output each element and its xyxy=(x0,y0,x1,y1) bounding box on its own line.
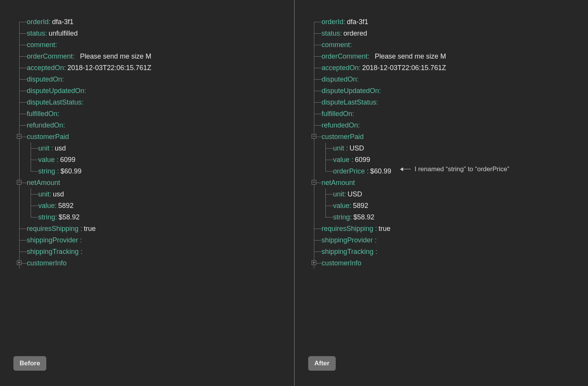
key: string : xyxy=(38,165,59,177)
val: usd xyxy=(53,188,64,200)
key: disputedOn: xyxy=(322,74,359,85)
key: orderPrice : xyxy=(333,165,369,177)
node-requiresshipping: requiresShipping : true xyxy=(15,223,151,234)
collapse-icon[interactable] xyxy=(312,134,316,139)
before-badge: Before xyxy=(13,356,46,371)
annotation-text: I renamed “string” to “orderPrice” xyxy=(415,165,510,173)
node-comment: comment: xyxy=(310,39,446,51)
collapse-icon[interactable] xyxy=(17,134,21,139)
val: Please send me size M xyxy=(375,51,446,62)
key: unit: xyxy=(38,188,51,200)
val: 2018-12-03T22:06:15.761Z xyxy=(67,62,151,74)
val: USD xyxy=(348,188,362,200)
node-shippingprovider: shippingProvider : xyxy=(310,234,446,246)
node-na-value: value: 5892 xyxy=(310,200,446,211)
node-customerpaid[interactable]: customerPaid xyxy=(310,131,446,142)
key: refundedOn: xyxy=(27,119,65,131)
val: unfulfilled xyxy=(49,28,78,39)
key: orderId: xyxy=(27,16,51,28)
node-ordercomment: orderComment: Please send me size M xyxy=(15,51,151,62)
key: acceptedOn: xyxy=(27,62,66,74)
node-na-unit: unit: usd xyxy=(15,188,151,200)
node-refundedon: refundedOn: xyxy=(310,119,446,131)
rename-annotation: I renamed “string” to “orderPrice” xyxy=(400,165,510,173)
node-cp-string: string : $60.99 xyxy=(15,165,151,177)
key: shippingProvider : xyxy=(27,234,82,246)
key: netAmount xyxy=(27,177,60,188)
key: string: xyxy=(38,211,57,223)
val: $58.92 xyxy=(59,211,80,223)
key: disputedOn: xyxy=(27,74,64,85)
key: unit: xyxy=(333,188,346,200)
key: value: xyxy=(38,200,57,211)
node-netamount[interactable]: netAmount xyxy=(310,177,446,188)
key: orderComment: xyxy=(322,51,369,62)
key: fulfilledOn: xyxy=(322,108,354,119)
key: value : xyxy=(333,154,353,165)
val: ordered xyxy=(343,28,367,39)
expand-icon[interactable] xyxy=(17,260,21,265)
node-cp-value: value : 6099 xyxy=(15,154,151,165)
node-orderid: orderId: dfa-3f1 xyxy=(15,16,151,28)
collapse-icon[interactable] xyxy=(17,180,21,185)
node-customerpaid[interactable]: customerPaid xyxy=(15,131,151,142)
node-cp-unit: unit : USD xyxy=(310,142,446,154)
node-shippingtracking: shippingTracking : xyxy=(310,246,446,257)
key: disputeLastStatus: xyxy=(322,96,378,108)
node-shippingprovider: shippingProvider : xyxy=(15,234,151,246)
node-netamount[interactable]: netAmount xyxy=(15,177,151,188)
arrow-left-icon xyxy=(400,167,411,172)
node-disputeupdatedon: disputeUpdatedOn: xyxy=(15,85,151,96)
key: customerPaid xyxy=(322,131,364,142)
val: 5892 xyxy=(58,200,74,211)
key: status: xyxy=(27,28,47,39)
val: 2018-12-03T22:06:15.761Z xyxy=(362,62,446,74)
node-shippingtracking: shippingTracking : xyxy=(15,246,151,257)
val: dfa-3f1 xyxy=(347,16,368,28)
val: Please send me size M xyxy=(80,51,151,62)
key: fulfilledOn: xyxy=(27,108,59,119)
key: customerPaid xyxy=(27,131,69,142)
node-acceptedon: acceptedOn: 2018-12-03T22:06:15.761Z xyxy=(15,62,151,74)
val: 5892 xyxy=(353,200,368,211)
node-status: status: ordered xyxy=(310,28,446,39)
key: unit : xyxy=(38,142,53,154)
key: customerInfo xyxy=(27,257,67,269)
key: status: xyxy=(322,28,342,39)
key: netAmount xyxy=(322,177,355,188)
val: true xyxy=(379,223,390,234)
node-customerinfo[interactable]: customerInfo xyxy=(310,257,446,269)
after-badge: After xyxy=(308,356,336,371)
node-customerinfo[interactable]: customerInfo xyxy=(15,257,151,269)
key: customerInfo xyxy=(322,257,361,269)
before-tree: orderId: dfa-3f1 status: unfulfilled com… xyxy=(15,16,151,269)
val: 6099 xyxy=(355,154,370,165)
key: requiresShipping : xyxy=(27,223,82,234)
val: USD xyxy=(350,142,364,154)
node-cp-unit: unit : usd xyxy=(15,142,151,154)
key: value: xyxy=(333,200,351,211)
node-orderid: orderId: dfa-3f1 xyxy=(310,16,446,28)
expand-icon[interactable] xyxy=(312,260,316,265)
node-status: status: unfulfilled xyxy=(15,28,151,39)
val: 6099 xyxy=(60,154,75,165)
key: shippingTracking : xyxy=(27,246,82,257)
key: requiresShipping : xyxy=(322,223,377,234)
key: string: xyxy=(333,211,352,223)
val: usd xyxy=(55,142,66,154)
collapse-icon[interactable] xyxy=(312,180,316,185)
node-na-string: string: $58.92 xyxy=(15,211,151,223)
node-na-value: value: 5892 xyxy=(15,200,151,211)
val: $60.99 xyxy=(370,165,391,177)
before-pane: orderId: dfa-3f1 status: unfulfilled com… xyxy=(0,0,294,386)
node-na-string: string: $58.92 xyxy=(310,211,446,223)
val: $58.92 xyxy=(353,211,374,223)
key: refundedOn: xyxy=(322,119,360,131)
node-disputedon: disputedOn: xyxy=(310,74,446,85)
key: comment: xyxy=(27,39,57,51)
key: orderComment: xyxy=(27,51,75,62)
key: disputeUpdatedOn: xyxy=(27,85,86,96)
key: acceptedOn: xyxy=(322,62,361,74)
key: shippingProvider : xyxy=(322,234,377,246)
node-disputeupdatedon: disputeUpdatedOn: xyxy=(310,85,446,96)
